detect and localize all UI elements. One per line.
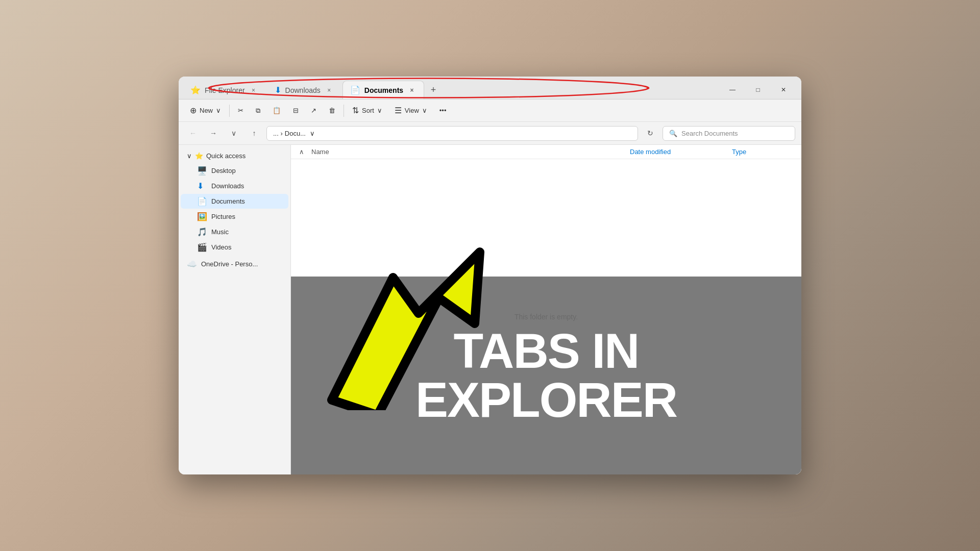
toolbar-separator-2 bbox=[344, 105, 344, 117]
desktop-icon: 🖥️ bbox=[197, 166, 207, 176]
tab-documents-close[interactable]: × bbox=[407, 86, 416, 95]
quick-access-section: ∨ ⭐ Quick access 🖥️ Desktop ⬇ Downloads … bbox=[179, 149, 290, 255]
tab-documents[interactable]: 📄 Documents × bbox=[342, 81, 424, 99]
overlay-line2: EXPLORER bbox=[415, 375, 677, 424]
sort-label: Sort bbox=[362, 107, 374, 114]
cut-icon: ✂ bbox=[238, 107, 243, 114]
new-icon: ⊕ bbox=[190, 106, 197, 115]
overlay-banner: TABS IN EXPLORER bbox=[291, 277, 801, 474]
dropdown-button[interactable]: ∨ bbox=[226, 125, 242, 141]
window-controls: — □ ✕ bbox=[721, 82, 797, 98]
name-column-header: Name bbox=[311, 148, 630, 156]
maximize-button[interactable]: □ bbox=[746, 82, 770, 98]
explorer-window: ⭐ File Explorer × ⬇ Downloads × 📄 Docume… bbox=[179, 77, 801, 474]
paste-button[interactable]: 📋 bbox=[267, 104, 286, 117]
quick-access-header[interactable]: ∨ ⭐ Quick access bbox=[181, 149, 288, 163]
tab-bar: ⭐ File Explorer × ⬇ Downloads × 📄 Docume… bbox=[179, 77, 801, 99]
downloads-sidebar-icon: ⬇ bbox=[197, 181, 207, 191]
copy-icon: ⧉ bbox=[256, 107, 260, 115]
new-label: New bbox=[200, 107, 213, 114]
refresh-button[interactable]: ↻ bbox=[642, 125, 658, 141]
share-button[interactable]: ↗ bbox=[306, 104, 322, 117]
sidebar-item-onedrive[interactable]: ☁️ OneDrive - Perso... bbox=[181, 257, 288, 271]
search-placeholder: Search Documents bbox=[681, 130, 738, 137]
file-area: ∧ Name Date modified Type This folder is… bbox=[291, 145, 801, 474]
quick-access-label: Quick access bbox=[206, 152, 246, 160]
sidebar-item-downloads[interactable]: ⬇ Downloads bbox=[181, 179, 288, 193]
delete-button[interactable]: 🗑 bbox=[324, 104, 340, 117]
up-button[interactable]: ↑ bbox=[246, 125, 262, 141]
sort-chevron-icon: ∨ bbox=[377, 107, 382, 114]
tab-file-explorer[interactable]: ⭐ File Explorer × bbox=[183, 81, 266, 99]
view-button[interactable]: ☰ View ∨ bbox=[389, 103, 432, 118]
view-chevron-icon: ∨ bbox=[422, 107, 427, 114]
share-icon: ↗ bbox=[311, 107, 316, 114]
tab-downloads-label: Downloads bbox=[285, 86, 321, 94]
add-tab-button[interactable]: + bbox=[425, 82, 442, 98]
toolbar: ⊕ New ∨ ✂ ⧉ 📋 ⊟ ↗ 🗑 ⇅ Sort ∨ ☰ bbox=[179, 99, 801, 122]
view-icon: ☰ bbox=[395, 106, 402, 115]
tab-file-explorer-label: File Explorer bbox=[205, 86, 245, 94]
sidebar-item-videos-label: Videos bbox=[211, 243, 232, 251]
sidebar-item-videos[interactable]: 🎬 Videos bbox=[181, 240, 288, 255]
quick-access-expand-icon: ∨ bbox=[187, 152, 192, 160]
delete-icon: 🗑 bbox=[329, 107, 335, 114]
sort-button[interactable]: ⇅ Sort ∨ bbox=[347, 103, 387, 118]
sidebar: ∨ ⭐ Quick access 🖥️ Desktop ⬇ Downloads … bbox=[179, 145, 291, 474]
address-bar: ← → ∨ ↑ ... › Docu... ∨ ↻ 🔍 Search Docum… bbox=[179, 122, 801, 145]
column-headers: ∧ Name Date modified Type bbox=[291, 145, 801, 159]
documents-tab-icon: 📄 bbox=[350, 85, 360, 95]
downloads-tab-icon: ⬇ bbox=[275, 85, 281, 95]
sidebar-item-pictures-label: Pictures bbox=[211, 213, 235, 220]
view-label: View bbox=[405, 107, 419, 114]
date-modified-column-header[interactable]: Date modified bbox=[630, 148, 732, 156]
path-chevron-down-icon: ∨ bbox=[310, 130, 315, 137]
more-icon: ••• bbox=[439, 107, 447, 114]
sidebar-item-documents[interactable]: 📄 Documents bbox=[181, 194, 288, 209]
sidebar-item-onedrive-label: OneDrive - Perso... bbox=[201, 260, 258, 268]
sidebar-item-desktop-label: Desktop bbox=[211, 167, 236, 174]
pictures-icon: 🖼️ bbox=[197, 212, 207, 221]
tab-downloads[interactable]: ⬇ Downloads × bbox=[267, 81, 341, 99]
toolbar-separator-1 bbox=[229, 105, 230, 117]
path-current: Docu... bbox=[285, 130, 306, 137]
sidebar-item-music-label: Music bbox=[211, 228, 229, 236]
rename-icon: ⊟ bbox=[293, 107, 299, 114]
sort-icon: ⇅ bbox=[352, 106, 359, 115]
sidebar-item-pictures[interactable]: 🖼️ Pictures bbox=[181, 209, 288, 224]
type-column-header[interactable]: Type bbox=[732, 148, 793, 156]
expand-col-icon: ∧ bbox=[299, 148, 311, 156]
new-chevron-icon: ∨ bbox=[216, 107, 221, 114]
search-icon: 🔍 bbox=[669, 130, 677, 137]
path-prefix: ... › bbox=[273, 130, 283, 137]
cut-button[interactable]: ✂ bbox=[233, 104, 249, 117]
paste-icon: 📋 bbox=[273, 107, 281, 114]
quick-access-star-icon: ⭐ bbox=[195, 152, 203, 160]
more-button[interactable]: ••• bbox=[434, 104, 452, 117]
tab-documents-label: Documents bbox=[364, 86, 403, 94]
sidebar-item-downloads-label: Downloads bbox=[211, 182, 244, 190]
overlay-line1: TABS IN bbox=[415, 327, 677, 375]
sidebar-item-desktop[interactable]: 🖥️ Desktop bbox=[181, 163, 288, 178]
minimize-button[interactable]: — bbox=[721, 82, 744, 98]
overlay-text: TABS IN EXPLORER bbox=[415, 327, 677, 424]
rename-button[interactable]: ⊟ bbox=[288, 104, 304, 117]
documents-sidebar-icon: 📄 bbox=[197, 196, 207, 206]
tab-downloads-close[interactable]: × bbox=[325, 86, 334, 95]
copy-button[interactable]: ⧉ bbox=[251, 104, 265, 118]
tab-file-explorer-close[interactable]: × bbox=[249, 86, 258, 95]
file-explorer-tab-icon: ⭐ bbox=[190, 85, 201, 95]
sidebar-item-music[interactable]: 🎵 Music bbox=[181, 224, 288, 239]
back-button[interactable]: ← bbox=[185, 125, 201, 141]
forward-button[interactable]: → bbox=[205, 125, 222, 141]
music-icon: 🎵 bbox=[197, 227, 207, 237]
close-button[interactable]: ✕ bbox=[772, 82, 795, 98]
sidebar-item-documents-label: Documents bbox=[211, 197, 245, 205]
main-content: ∨ ⭐ Quick access 🖥️ Desktop ⬇ Downloads … bbox=[179, 145, 801, 474]
videos-icon: 🎬 bbox=[197, 242, 207, 252]
search-box[interactable]: 🔍 Search Documents bbox=[663, 126, 795, 141]
address-path[interactable]: ... › Docu... ∨ bbox=[266, 126, 638, 141]
new-button[interactable]: ⊕ New ∨ bbox=[185, 103, 226, 118]
onedrive-icon: ☁️ bbox=[187, 259, 197, 269]
tab-bar-wrapper: ⭐ File Explorer × ⬇ Downloads × 📄 Docume… bbox=[179, 77, 801, 99]
